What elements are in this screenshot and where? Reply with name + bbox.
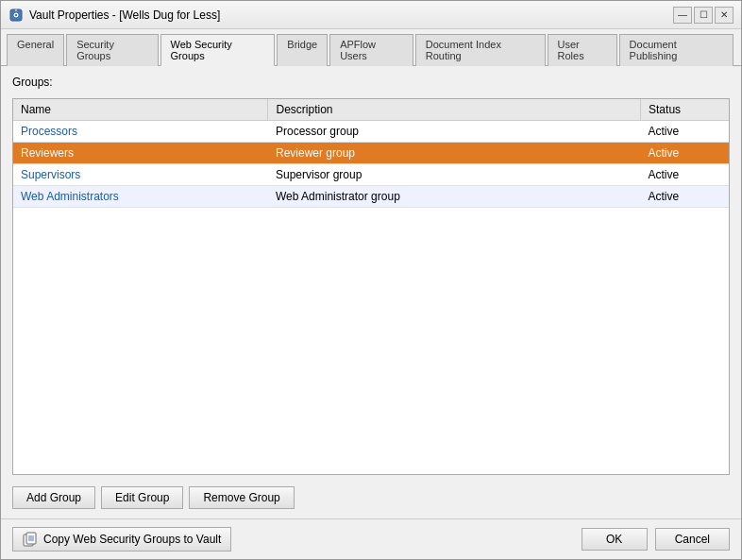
cancel-button[interactable]: Cancel xyxy=(655,528,730,551)
maximize-button[interactable]: ☐ xyxy=(694,7,713,24)
groups-label: Groups: xyxy=(12,76,730,89)
svg-point-2 xyxy=(15,13,17,15)
cell-status: Active xyxy=(641,186,729,208)
copy-button-label: Copy Web Security Groups to Vault xyxy=(43,533,221,546)
tab-apflow-users[interactable]: APFlow Users xyxy=(329,34,413,66)
window-title: Vault Properties - [Wells Dug for Less] xyxy=(29,8,220,22)
tab-document-index-routing[interactable]: Document Index Routing xyxy=(415,34,546,66)
cell-name: Supervisors xyxy=(13,164,268,186)
groups-table-container: Name Description Status ProcessorsProces… xyxy=(12,98,730,475)
footer-right: OK Cancel xyxy=(582,528,730,551)
cell-description: Supervisor group xyxy=(268,164,641,186)
col-header-description: Description xyxy=(268,99,641,121)
col-header-name: Name xyxy=(13,99,268,121)
title-bar-left: Vault Properties - [Wells Dug for Less] xyxy=(8,8,220,23)
main-content: Groups: Name Description Status Processo… xyxy=(1,66,741,518)
title-bar: Vault Properties - [Wells Dug for Less] … xyxy=(1,1,741,29)
cell-name: Reviewers xyxy=(13,143,268,164)
cell-name: Processors xyxy=(13,121,268,143)
table-row[interactable]: ReviewersReviewer groupActive xyxy=(13,143,729,164)
cell-description: Processor group xyxy=(268,121,641,143)
add-group-button[interactable]: Add Group xyxy=(12,486,95,509)
cell-name: Web Administrators xyxy=(13,186,268,208)
minimize-button[interactable]: — xyxy=(673,7,692,24)
edit-group-button[interactable]: Edit Group xyxy=(101,486,183,509)
tab-general[interactable]: General xyxy=(7,34,64,66)
cell-description: Reviewer group xyxy=(268,143,641,164)
cell-status: Active xyxy=(641,143,729,164)
copy-web-security-groups-button[interactable]: Copy Web Security Groups to Vault xyxy=(12,527,231,552)
action-buttons: Add Group Edit Group Remove Group xyxy=(12,486,730,509)
cell-status: Active xyxy=(641,121,729,143)
remove-group-button[interactable]: Remove Group xyxy=(189,486,294,509)
table-row[interactable]: ProcessorsProcessor groupActive xyxy=(13,121,729,143)
title-controls: — ☐ ✕ xyxy=(673,7,734,24)
tab-bar: General Security Groups Web Security Gro… xyxy=(1,29,741,66)
tab-bridge[interactable]: Bridge xyxy=(277,34,328,66)
copy-icon xyxy=(23,532,38,547)
ok-button[interactable]: OK xyxy=(582,528,648,551)
cell-status: Active xyxy=(641,164,729,186)
footer: Copy Web Security Groups to Vault OK Can… xyxy=(1,518,741,559)
tab-document-publishing[interactable]: Document Publishing xyxy=(619,34,734,66)
col-header-status: Status xyxy=(641,99,729,121)
vault-icon xyxy=(8,8,24,23)
close-button[interactable]: ✕ xyxy=(715,7,734,24)
tab-security-groups[interactable]: Security Groups xyxy=(66,34,158,66)
table-row[interactable]: SupervisorsSupervisor groupActive xyxy=(13,164,729,186)
cell-description: Web Administrator group xyxy=(268,186,641,208)
tab-user-roles[interactable]: User Roles xyxy=(548,34,617,66)
main-window: Vault Properties - [Wells Dug for Less] … xyxy=(0,0,742,560)
table-row[interactable]: Web AdministratorsWeb Administrator grou… xyxy=(13,186,729,208)
table-header-row: Name Description Status xyxy=(13,99,729,121)
tab-web-security-groups[interactable]: Web Security Groups xyxy=(160,34,276,66)
groups-table: Name Description Status ProcessorsProces… xyxy=(13,99,729,208)
footer-left: Copy Web Security Groups to Vault xyxy=(12,527,231,552)
